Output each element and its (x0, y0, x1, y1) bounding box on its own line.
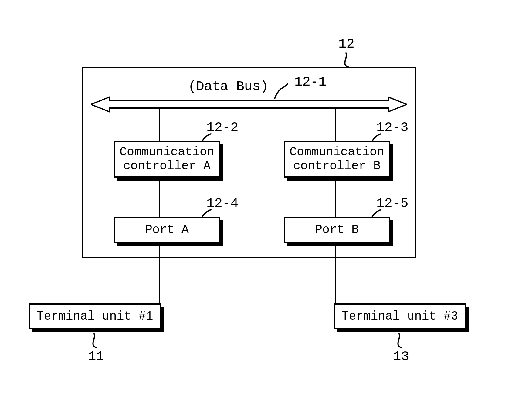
port-b-box: Port B (284, 217, 390, 243)
controllerA-to-portA-line (159, 181, 160, 217)
leader-11 (86, 332, 102, 349)
controller-a-line1: Communication (115, 145, 219, 159)
svg-marker-0 (91, 97, 407, 112)
port-b-label: Port B (285, 223, 389, 237)
controller-b-line2: controller B (285, 159, 389, 173)
port-a-box: Port A (114, 217, 220, 243)
data-bus-arrow (91, 95, 407, 113)
terminal-unit-1-box: Terminal unit #1 (29, 303, 161, 329)
bus-to-controllerA-line (159, 108, 160, 141)
diagram-canvas: (Data Bus) 12-1 12 Communication control… (0, 0, 512, 420)
communication-controller-b-box: Communication controller B (284, 141, 390, 178)
ref-13: 13 (393, 349, 409, 364)
ref-11: 11 (88, 349, 104, 364)
portB-to-terminal3-line (335, 246, 336, 303)
leader-12-5 (370, 208, 388, 220)
port-a-label: Port A (115, 223, 219, 237)
terminal-unit-3-box: Terminal unit #3 (334, 303, 466, 329)
controllerB-to-portB-line (335, 181, 336, 217)
communication-controller-a-box: Communication controller A (114, 141, 220, 178)
leader-13 (392, 332, 407, 349)
leader-12-2 (200, 132, 219, 144)
controller-a-line2: controller A (115, 159, 219, 173)
data-bus-label: (Data Bus) (188, 79, 268, 94)
portA-to-terminal1-line (159, 246, 160, 303)
leader-12-4 (200, 208, 219, 220)
controller-b-line1: Communication (285, 145, 389, 159)
terminal3-label: Terminal unit #3 (335, 310, 465, 323)
ref-12: 12 (338, 36, 354, 52)
bus-to-controllerB-line (335, 108, 336, 141)
leader-12-3 (370, 132, 388, 144)
terminal1-label: Terminal unit #1 (30, 310, 160, 323)
leader-12 (338, 52, 357, 70)
ref-12-1: 12-1 (294, 74, 327, 90)
leader-12-1 (273, 82, 297, 100)
